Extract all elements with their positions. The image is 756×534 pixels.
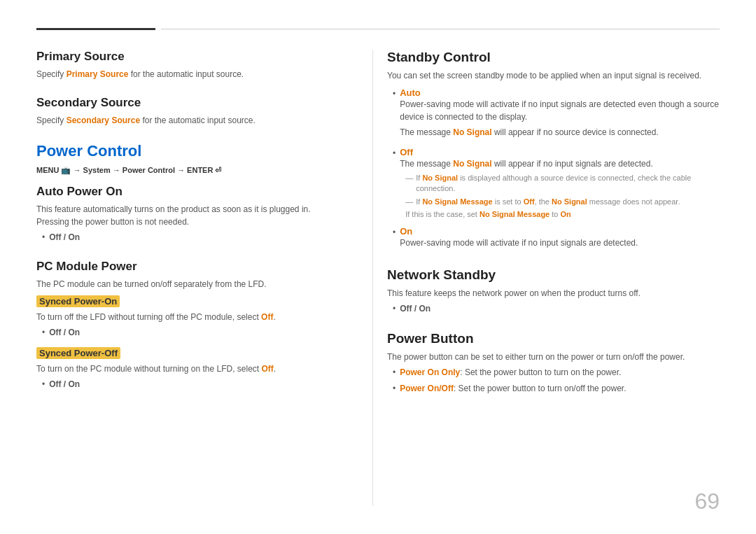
menu-power-control-link: Power Control <box>122 166 175 174</box>
synced-on-suffix: . <box>273 312 275 322</box>
secondary-source-title: Secondary Source <box>36 96 344 110</box>
power-on-off-text: Power On/Off: Set the power button to tu… <box>400 382 626 395</box>
power-control-section: Power Control MENU 📺 → System → Power Co… <box>36 142 344 175</box>
synced-off-highlight: Off <box>262 364 274 374</box>
menu-arrow-system: → System → <box>74 166 122 174</box>
on-note: On <box>561 210 571 218</box>
dash-1: — <box>405 173 413 183</box>
dash2-sub-note: If this is the case, set No Signal Messa… <box>405 209 720 220</box>
standby-off-bullet: • Off The message No Signal will appear … <box>393 147 720 220</box>
dash-note-1: — If No Signal is displayed although a s… <box>405 173 720 195</box>
power-on-only-label: Power On Only <box>400 367 460 377</box>
secondary-source-desc: Specify Secondary Source for the automat… <box>36 114 344 127</box>
auto-power-on-bullet: • Off / On <box>42 231 344 244</box>
dash-2: — <box>405 197 413 207</box>
secondary-source-desc-prefix: Specify <box>36 115 66 125</box>
page-number: 69 <box>694 489 720 514</box>
power-on-only-text: Power On Only: Set the power button to t… <box>400 366 621 379</box>
power-button-title: Power Button <box>387 331 720 346</box>
auto-power-on-section: Auto Power On This feature automatically… <box>36 185 344 244</box>
page-container: Primary Source Specify Primary Source fo… <box>0 0 756 534</box>
no-signal-message-dash2: No Signal Message <box>422 197 492 206</box>
standby-auto-note: The message No Signal will appear if no … <box>400 126 720 139</box>
dash-note-2: — If No Signal Message is set to Off, th… <box>405 197 720 207</box>
right-bar <box>161 29 720 29</box>
secondary-source-section: Secondary Source Specify Secondary Sourc… <box>36 96 344 127</box>
synced-on-prefix: To turn off the LFD without turning off … <box>36 312 261 322</box>
primary-source-title: Primary Source <box>36 50 344 64</box>
synced-off-bullet-text: Off / On <box>49 378 80 391</box>
power-on-only-bullet: • Power On Only: Set the power button to… <box>393 366 720 379</box>
primary-source-desc-suffix: for the automatic input source. <box>128 69 244 79</box>
auto-power-on-bullet-text: Off / On <box>49 231 80 244</box>
network-standby-title: Network Standby <box>387 267 720 283</box>
menu-icon: MENU 📺 <box>36 166 71 174</box>
standby-off-label: Off <box>400 147 720 157</box>
standby-on-content: On Power-saving mode will activate if no… <box>400 226 638 252</box>
standby-off-content: Off The message No Signal will appear if… <box>400 147 720 220</box>
synced-off-prefix: To turn on the PC module without turning… <box>36 364 262 374</box>
auto-power-on-title: Auto Power On <box>36 185 344 199</box>
bullet-dot-3: • <box>42 378 45 391</box>
left-column: Primary Source Specify Primary Source fo… <box>36 50 372 506</box>
auto-power-on-desc: This feature automatically turns on the … <box>36 203 344 228</box>
bullet-dot-8: • <box>393 366 396 379</box>
bullet-dot-4: • <box>393 87 396 101</box>
synced-on-bullet-text: Off / On <box>49 326 80 339</box>
no-signal-off: No Signal <box>453 159 491 169</box>
standby-auto-bullet: • Auto Power-saving mode will activate i… <box>393 87 720 141</box>
synced-power-on-label: Synced Power-On <box>36 295 120 307</box>
network-standby-bullet-text: Off / On <box>400 302 430 315</box>
synced-off-suffix: . <box>274 364 276 374</box>
synced-power-off-bullet: • Off / On <box>42 378 344 391</box>
content-columns: Primary Source Specify Primary Source fo… <box>36 50 720 506</box>
top-divider <box>36 28 720 30</box>
network-standby-desc: This feature keeps the network power on … <box>387 287 720 300</box>
power-on-off-suffix: : Set the power button to turn on/off th… <box>454 384 626 393</box>
standby-auto-label: Auto <box>400 87 720 98</box>
primary-source-section: Primary Source Specify Primary Source fo… <box>36 50 344 80</box>
standby-auto-content: Auto Power-saving mode will activate if … <box>400 87 720 141</box>
menu-arrow-enter: → ENTER ⏎ <box>177 166 221 174</box>
primary-source-highlight: Primary Source <box>66 69 129 79</box>
synced-power-off-label: Synced Power-Off <box>36 347 120 359</box>
bullet-dot: • <box>42 231 45 244</box>
standby-on-bullet: • On Power-saving mode will activate if … <box>393 226 720 252</box>
power-control-menu-path: MENU 📺 → System → Power Control → ENTER … <box>36 166 344 175</box>
power-button-desc: The power button can be set to either tu… <box>387 351 720 363</box>
pc-module-power-title: PC Module Power <box>36 260 344 274</box>
bullet-dot-2: • <box>42 326 45 339</box>
synced-power-off-desc: To turn on the PC module without turning… <box>36 363 344 375</box>
bullet-dot-5: • <box>393 147 396 160</box>
secondary-source-highlight: Secondary Source <box>66 115 140 125</box>
no-signal-dash2: No Signal <box>552 197 587 206</box>
bullet-dot-7: • <box>393 302 396 316</box>
dash1-text: If No Signal is displayed although a sou… <box>416 173 720 195</box>
primary-source-desc: Specify Primary Source for the automatic… <box>36 68 344 80</box>
bullet-dot-9: • <box>393 382 396 395</box>
standby-off-desc: The message No Signal will appear if no … <box>400 157 720 170</box>
power-on-only-suffix: : Set the power button to turn on the po… <box>460 367 621 377</box>
synced-on-highlight: Off <box>261 312 273 322</box>
power-control-title: Power Control <box>36 142 344 160</box>
power-button-section: Power Button The power button can be set… <box>387 331 720 395</box>
standby-auto-desc: Power-saving mode will activate if no in… <box>400 98 720 123</box>
synced-power-on-bullet: • Off / On <box>42 326 344 339</box>
standby-on-desc: Power-saving mode will activate if no in… <box>400 237 638 249</box>
no-signal-message-note: No Signal Message <box>479 210 550 218</box>
bullet-dot-6: • <box>393 226 396 239</box>
secondary-source-desc-suffix: for the automatic input source. <box>140 115 255 125</box>
synced-power-on-desc: To turn off the LFD without turning off … <box>36 311 344 323</box>
network-standby-bullet: • Off / On <box>393 302 720 316</box>
no-signal-auto: No Signal <box>453 127 491 137</box>
standby-intro: You can set the screen standby mode to b… <box>387 69 720 82</box>
left-bar <box>36 28 155 30</box>
power-on-off-label: Power On/Off <box>400 384 454 393</box>
no-signal-dash1: No Signal <box>422 174 458 182</box>
network-standby-section: Network Standby This feature keeps the n… <box>387 267 720 316</box>
dash2-text: If No Signal Message is set to Off, the … <box>416 197 680 207</box>
primary-source-desc-prefix: Specify <box>36 69 66 79</box>
power-on-off-bullet: • Power On/Off: Set the power button to … <box>393 382 720 395</box>
off-dash2: Off <box>524 197 535 206</box>
standby-on-label: On <box>400 226 638 237</box>
